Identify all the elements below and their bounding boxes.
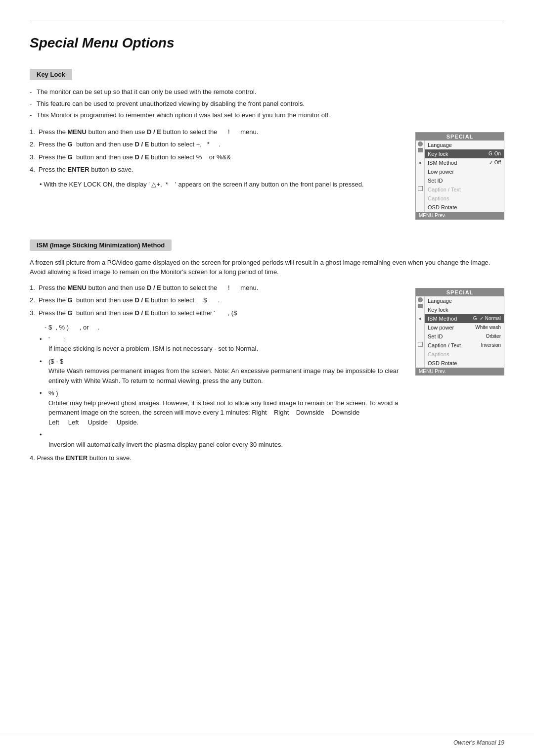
bullet-item: The monitor can be set up so that it can… (30, 87, 504, 97)
top-rule (30, 20, 504, 20)
osd-menu-1: SPECIAL i ◄ (415, 132, 504, 220)
page-container: Special Menu Options Key Lock The monito… (0, 0, 534, 756)
spacer2 (418, 167, 423, 172)
osd-label: Language (428, 142, 501, 148)
osd-row-lowpower: Low power White wash (425, 323, 504, 332)
bold-text: D / E (147, 284, 161, 291)
bold-text: D / E (134, 296, 149, 304)
osd-menu-2: SPECIAL i ◄ Language (415, 288, 504, 376)
osd-row-ism: ISM Method G ✓ Normal (425, 314, 504, 323)
note-text: ($ - $ White Wash removes permanent imag… (48, 357, 405, 386)
osd-value: G (489, 151, 492, 156)
spacer (418, 310, 423, 315)
bold-text: ENTER (68, 166, 89, 173)
page-title: Special Menu Options (30, 35, 504, 51)
ism-sub-dash: - $ , % ) , or . (30, 323, 405, 332)
osd-row-captions: Captions (425, 194, 504, 203)
ism-steps: 1. Press the MENU button and then use D … (30, 283, 405, 462)
osd-row-captions: Captions (425, 350, 504, 359)
osd-label: ISM Method (428, 316, 471, 322)
ism-section: ISM (Image Sticking Minimization) Method… (30, 239, 504, 462)
step-content: Press the G button and then use D / E bu… (39, 295, 405, 305)
ism-step-1: 1. Press the MENU button and then use D … (30, 283, 405, 293)
step-content: Press the G button and then use D / E bu… (39, 308, 405, 318)
key-lock-steps: 1. Press the MENU button and then use D … (30, 127, 405, 189)
step-content: Press the ENTER button to save. (37, 454, 132, 462)
note-text: Inversion will automatically invert the … (48, 430, 283, 449)
key-lock-section: Key Lock The monitor can be set up so th… (30, 69, 504, 220)
bold-text: MENU (68, 284, 87, 291)
bullet-item: This Monitor is programmed to remember w… (30, 110, 504, 120)
note-text: ' : If image sticking is never a problem… (48, 334, 258, 354)
osd-label: Low power (428, 325, 473, 331)
ism-step-3: 3. Press the G button and then use D / E… (30, 308, 405, 318)
bold-text: MENU (68, 128, 87, 136)
osd-left-icons: i ◄ (416, 141, 425, 212)
bold-text: ENTER (66, 454, 88, 462)
key-lock-steps-container: 1. Press the MENU button and then use D … (30, 127, 504, 220)
bullet-dot: • (40, 388, 48, 398)
bold-text: G (68, 296, 73, 304)
osd-header-1: SPECIAL (416, 133, 504, 141)
ism-numbered-list: 1. Press the MENU button and then use D … (30, 283, 405, 318)
bottom-rule (0, 734, 534, 734)
bullet-item: This feature can be used to prevent unau… (30, 99, 504, 109)
osd-menu-inner-2: Language Key lock ISM Method G ✓ Normal … (425, 296, 504, 368)
key-lock-note: • With the KEY LOCK ON, the display ' △+… (30, 180, 405, 189)
step-num: 2. (30, 140, 39, 149)
box-icon (418, 342, 423, 347)
osd-body-2: i ◄ Language Key lock (416, 296, 504, 368)
osd-on-value: On (494, 151, 501, 156)
key-lock-numbered-list: 1. Press the MENU button and then use D … (30, 127, 405, 175)
ism-note-whitewash: • ($ - $ White Wash removes permanent im… (40, 357, 405, 386)
step-content: Press the ENTER button to save. (39, 165, 405, 175)
osd-row-keylock: Key lock (425, 305, 504, 314)
osd-value: Inversion (481, 342, 501, 348)
osd-value: G ✓ Normal (473, 316, 501, 321)
osd-footer-1: MENU Prev. (416, 212, 504, 219)
osd-label: Caption / Text (428, 187, 501, 192)
osd-header-2: SPECIAL (416, 288, 504, 296)
osd-row-ism: ISM Method ✓ Off (425, 158, 504, 167)
ism-bullet-notes: • ' : If image sticking is never a probl… (30, 334, 405, 450)
osd-label: Key lock (428, 307, 501, 313)
spacer4 (418, 335, 423, 340)
step-num: 4. (30, 454, 37, 462)
osd-label: Set ID (428, 333, 484, 339)
bold-text: D / E (134, 153, 149, 161)
osd-footer-text: MENU Prev. (419, 213, 446, 218)
osd-label: ISM Method (428, 160, 487, 166)
osd-row-language: Language (425, 296, 504, 305)
step-num: 1. (30, 127, 39, 137)
osd-label: OSD Rotate (428, 204, 501, 210)
spacer3 (418, 173, 423, 178)
step-num: 1. (30, 283, 39, 293)
bold-text: G (68, 153, 73, 161)
step-content: Press the MENU button and then use D / E… (39, 283, 405, 293)
osd-label: Key lock (428, 151, 487, 157)
ism-intro: A frozen still picture from a PC/video g… (30, 258, 504, 277)
box-icon (418, 186, 423, 191)
osd-label: Captions (428, 351, 501, 357)
bold-text: G (68, 309, 73, 317)
osd-value: White wash (475, 325, 501, 330)
osd-row-osdrotate: OSD Rotate (425, 203, 504, 212)
osd-label: Language (428, 298, 501, 304)
step-content: Press the G button and then use D / E bu… (39, 140, 405, 149)
bullet-dot: • (40, 334, 48, 344)
osd-row-keylock: Key lock G On (425, 149, 504, 158)
osd-label: Low power (428, 169, 501, 175)
left-arrow-icon: ◄ (418, 316, 423, 321)
step-num: 3. (30, 152, 39, 162)
bullet-dot: • (40, 430, 48, 440)
bold-text: D / E (134, 141, 149, 148)
osd-row-osdrotate: OSD Rotate (425, 359, 504, 368)
osd-menu-inner-1: Language Key lock G On ISM Method ✓ Off (425, 141, 504, 212)
spacer4 (418, 180, 423, 185)
osd-footer-text: MENU Prev. (419, 369, 446, 374)
osd-row-language: Language (425, 141, 504, 149)
ism-note-normal: • ' : If image sticking is never a probl… (40, 334, 405, 354)
note-text: % ) Orbiter may help prevent ghost image… (48, 388, 405, 427)
osd-row-caption-text: Caption / Text (425, 185, 504, 194)
osd-label: Caption / Text (428, 342, 479, 348)
